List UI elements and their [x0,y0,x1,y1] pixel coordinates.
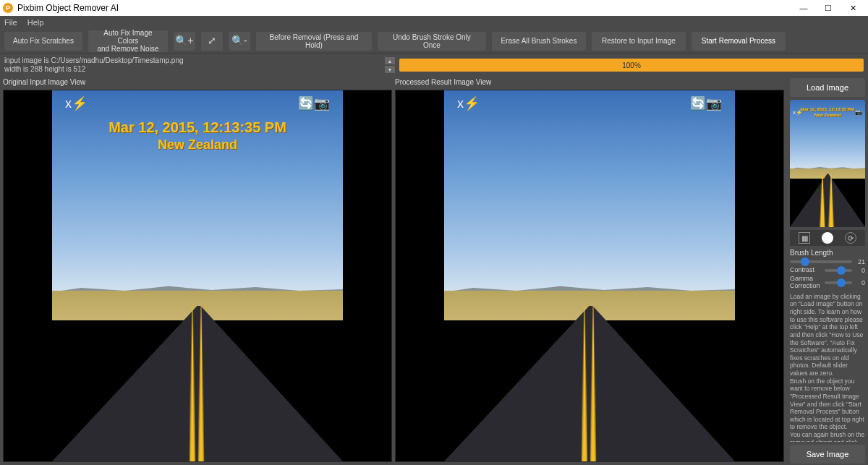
gamma-value: 0 [855,279,865,286]
gamma-label: Gamma Correction [790,276,822,290]
app-logo-icon: P [3,3,13,13]
processed-image: x⚡ 🔄📷 [444,90,735,461]
menubar: File Help [0,16,868,29]
processed-view: Processed Result Image View x⚡ 🔄📷 [395,77,784,462]
right-panel: Load Image x⚡ 📷 Mar 12, 2015, 12:13:35 P… [787,77,868,465]
start-removal-button[interactable]: Start Removal Process [692,32,786,51]
erase-all-button[interactable]: Erase All Brush Strokes [492,32,586,51]
load-image-button[interactable]: Load Image [790,78,865,97]
camera-switch-icon: 🔄📷 [690,95,722,111]
thumbnail-image: x⚡ 📷 Mar 12, 2015, 12:13:35 PM New Zeala… [790,100,865,227]
flash-icon: x⚡ [65,95,88,111]
minimize-button[interactable]: — [791,0,816,16]
zoom-in-icon: 🔍+ [175,35,193,46]
brush-length-slider[interactable]: 21 [790,258,865,265]
titlebar: P Pixbim Object Remover AI — ☐ ✕ [0,0,868,16]
menu-help[interactable]: Help [27,18,44,27]
help-text: Load an image by clicking on "Load Image… [790,293,865,442]
thumbnail[interactable]: x⚡ 📷 Mar 12, 2015, 12:13:35 PM New Zeala… [790,100,865,227]
main: Original Input Image View x⚡ 🔄📷 [0,77,868,465]
expand-button[interactable]: ⤢ [201,32,223,51]
original-view-canvas[interactable]: x⚡ 🔄📷 Mar 12, 2015, 12:13:35 PM New Zeal… [3,90,392,462]
shutter-icon[interactable] [822,232,833,244]
save-image-button[interactable]: Save Image [790,445,865,464]
gamma-slider[interactable]: Gamma Correction 0 [790,276,865,290]
status-info: input image is C:/Users/madhu/Desktop/Ti… [4,55,380,75]
zoom-out-icon: 🔍- [231,35,247,46]
contrast-label: Contrast [790,267,822,274]
menu-file[interactable]: File [4,18,17,27]
camera-switch-icon: 🔄📷 [298,95,330,111]
progress-value: 100% [622,61,641,69]
flash-icon: x⚡ [457,95,480,111]
maximize-button[interactable]: ☐ [816,0,841,16]
brush-length-value: 21 [855,258,865,265]
restore-button[interactable]: Restore to Input Image [592,32,686,51]
status-line1: input image is C:/Users/madhu/Desktop/Ti… [4,56,380,65]
original-view-label: Original Input Image View [3,77,392,90]
auto-fix-scratches-button[interactable]: Auto Fix Scratches [4,32,82,51]
zoom-in-button[interactable]: 🔍+ [174,32,195,51]
timestamp-overlay: Mar 12, 2015, 12:13:35 PM New Zealand [52,119,343,153]
zoom-out-button[interactable]: 🔍- [229,32,250,51]
close-button[interactable]: ✕ [841,0,865,16]
app-title: Pixbim Object Remover AI [17,3,119,13]
progress-bar: 100% [399,59,864,72]
original-view: Original Input Image View x⚡ 🔄📷 [3,77,392,462]
sliders: Brush Length 21 Contrast 0 Gamma Correct… [790,249,865,290]
thumbnail-bar: ▦ ⟳ [790,230,865,246]
auto-fix-colors-button[interactable]: Auto Fix Image Colors and Remove Noise [88,30,168,52]
switch-icon[interactable]: ⟳ [845,232,856,244]
processed-view-label: Processed Result Image View [395,77,784,90]
original-image: x⚡ 🔄📷 Mar 12, 2015, 12:13:35 PM New Zeal… [52,90,343,461]
toggle-down-icon[interactable]: ▼ [385,66,395,73]
toggle-up-icon[interactable]: ▲ [385,57,395,64]
timestamp-text: Mar 12, 2015, 12:13:35 PM [52,119,343,136]
status-row: input image is C:/Users/madhu/Desktop/Ti… [0,54,868,77]
undo-brush-button[interactable]: Undo Brush Stroke Only Once [378,32,486,51]
contrast-value: 0 [855,267,865,274]
gallery-icon[interactable]: ▦ [799,232,810,244]
before-removal-button[interactable]: Before Removal (Press and Hold) [256,32,372,51]
brush-length-label: Brush Length [790,249,865,257]
toolbar: Auto Fix Scratches Auto Fix Image Colors… [0,29,868,54]
views: Original Input Image View x⚡ 🔄📷 [0,77,787,465]
expand-icon: ⤢ [208,35,216,46]
location-text: New Zealand [52,137,343,153]
status-toggle[interactable]: ▲ ▼ [385,55,395,75]
contrast-slider[interactable]: Contrast 0 [790,267,865,274]
thumbnail-overlay: Mar 12, 2015, 12:13:35 PM New Zealand [790,107,865,117]
progress-container: 100% [399,55,864,75]
processed-view-canvas[interactable]: x⚡ 🔄📷 [395,90,784,462]
status-line2: width is 288 height is 512 [4,65,380,74]
